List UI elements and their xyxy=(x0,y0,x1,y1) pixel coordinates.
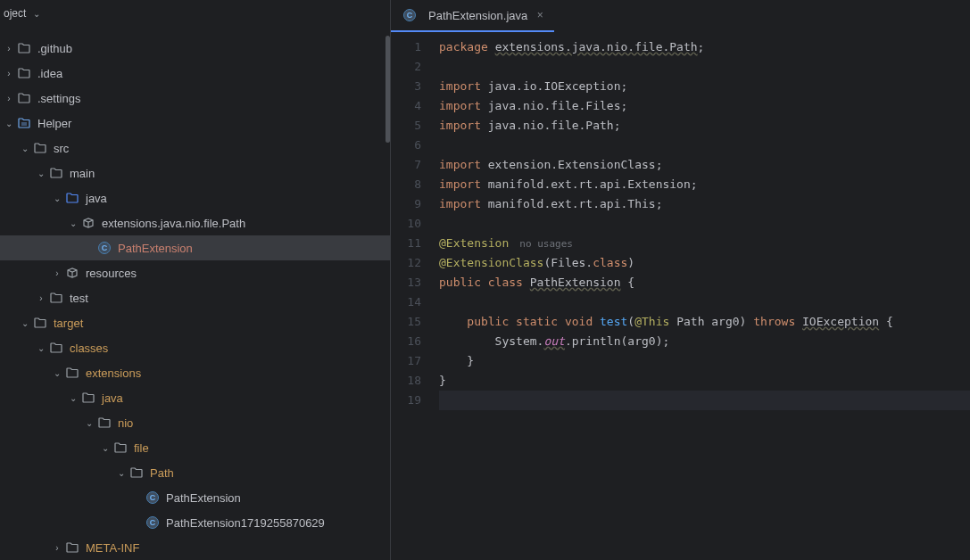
tree-item-label: .idea xyxy=(37,67,62,80)
tree-item[interactable]: ›test xyxy=(0,285,390,310)
folder-icon xyxy=(64,190,80,206)
tree-item[interactable]: ⌄target xyxy=(0,310,390,335)
chevron-down-icon[interactable]: ⌄ xyxy=(34,166,48,180)
tree-item[interactable]: CPathExtension1719255870629 xyxy=(0,510,390,535)
tree-item-label: resources xyxy=(86,267,137,280)
line-number: 19 xyxy=(391,391,421,410)
tree-item[interactable]: ›.github xyxy=(0,36,390,61)
tab-pathextension[interactable]: C PathExtension.java × xyxy=(391,0,554,32)
svg-rect-0 xyxy=(21,122,27,126)
code-line[interactable] xyxy=(439,136,970,155)
package-icon xyxy=(64,265,80,281)
folder-icon xyxy=(64,365,80,381)
folder-icon xyxy=(129,465,145,481)
tree-item[interactable]: ⌄Path xyxy=(0,460,390,485)
chevron-down-icon[interactable]: ⌄ xyxy=(29,6,44,21)
chevron-right-icon[interactable]: › xyxy=(2,91,16,105)
chevron-down-icon[interactable]: ⌄ xyxy=(66,216,80,230)
chevron-right-icon[interactable]: › xyxy=(2,41,16,55)
tree-item[interactable]: ›resources xyxy=(0,260,390,285)
sidebar-header[interactable]: oject ⌄ xyxy=(0,0,390,27)
code-line[interactable]: } xyxy=(439,371,970,391)
tree-item-label: .settings xyxy=(37,92,80,105)
code-line[interactable]: import java.nio.file.Path; xyxy=(439,116,970,136)
code-line[interactable]: public static void test(@This Path arg0)… xyxy=(439,312,970,332)
tree-item[interactable]: ⌄file xyxy=(0,435,390,460)
chevron-right-icon[interactable]: › xyxy=(50,540,64,555)
chevron-down-icon[interactable]: ⌄ xyxy=(114,465,129,480)
code-editor[interactable]: 12345678910111213141516171819 package ex… xyxy=(391,32,970,560)
tree-item-label: Path xyxy=(150,466,174,480)
line-number: 1 xyxy=(391,37,421,57)
chevron-down-icon[interactable]: ⌄ xyxy=(18,141,32,155)
chevron-down-icon[interactable]: ⌄ xyxy=(82,416,96,430)
chevron-down-icon[interactable]: ⌄ xyxy=(2,116,16,130)
tree-item[interactable]: ⌄Helper xyxy=(0,111,390,136)
tree-item[interactable]: ⌄java xyxy=(0,385,390,410)
line-number: 15 xyxy=(391,312,421,332)
line-number: 12 xyxy=(391,253,421,273)
tree-item-label: java xyxy=(86,192,107,205)
tree-item[interactable]: ⌄main xyxy=(0,161,390,185)
project-label: oject xyxy=(4,7,26,20)
folder-icon xyxy=(48,290,64,306)
class-icon: C xyxy=(96,240,112,256)
code-line[interactable]: import manifold.ext.rt.api.This; xyxy=(439,194,970,214)
tree-item[interactable]: ⌄src xyxy=(0,136,390,161)
tree-item[interactable]: ⌄extensions.java.nio.file.Path xyxy=(0,210,390,235)
tree-item[interactable]: ›.idea xyxy=(0,61,390,86)
tree-item[interactable]: ›META-INF xyxy=(0,535,390,560)
module-icon xyxy=(16,115,32,131)
line-number: 9 xyxy=(391,194,421,214)
chevron-down-icon[interactable]: ⌄ xyxy=(34,341,48,355)
code-line[interactable]: import java.nio.file.Files; xyxy=(439,96,970,116)
tree-item[interactable]: ⌄nio xyxy=(0,410,390,435)
chevron-down-icon[interactable]: ⌄ xyxy=(18,316,32,330)
code-line[interactable]: public class PathExtension { xyxy=(439,273,970,292)
tree-item[interactable]: CPathExtension xyxy=(0,485,390,510)
scrollbar[interactable] xyxy=(386,36,390,143)
chevron-down-icon[interactable]: ⌄ xyxy=(66,391,80,405)
code-line[interactable] xyxy=(439,292,970,312)
line-number: 8 xyxy=(391,175,421,194)
chevron-right-icon[interactable]: › xyxy=(34,291,48,305)
code-line[interactable]: } xyxy=(439,351,970,371)
chevron-right-icon[interactable]: › xyxy=(2,66,16,80)
tree-item-label: PathExtension1719255870629 xyxy=(166,516,325,530)
tree-item[interactable]: ⌄classes xyxy=(0,335,390,360)
code-line[interactable]: import extension.ExtensionClass; xyxy=(439,155,970,175)
tree-item-label: test xyxy=(70,292,88,305)
code-line[interactable]: import manifold.ext.rt.api.Extension; xyxy=(439,175,970,194)
tree-item[interactable]: ›.settings xyxy=(0,86,390,111)
code-line[interactable] xyxy=(439,57,970,77)
close-icon[interactable]: × xyxy=(533,8,547,22)
code-line[interactable]: import java.io.IOException; xyxy=(439,77,970,96)
package-icon xyxy=(80,215,96,231)
tree-item-label: target xyxy=(54,317,83,330)
chevron-down-icon[interactable]: ⌄ xyxy=(50,191,64,205)
code-line[interactable]: package extensions.java.nio.file.Path; xyxy=(439,37,970,57)
code-line[interactable]: @Extensionno usages xyxy=(439,234,970,253)
chevron-down-icon[interactable]: ⌄ xyxy=(98,441,112,455)
code-content[interactable]: package extensions.java.nio.file.Path;im… xyxy=(439,32,970,560)
line-number: 10 xyxy=(391,214,421,234)
line-number: 5 xyxy=(391,116,421,136)
code-line[interactable] xyxy=(439,391,970,410)
chevron-right-icon[interactable]: › xyxy=(50,266,64,280)
line-number: 13 xyxy=(391,273,421,292)
line-number: 17 xyxy=(391,351,421,371)
class-icon: C xyxy=(145,515,161,531)
code-line[interactable]: System.out.println(arg0); xyxy=(439,332,970,351)
tree-item[interactable]: CPathExtension xyxy=(0,235,390,260)
line-number: 18 xyxy=(391,371,421,391)
project-tree: ›.github›.idea›.settings⌄Helper⌄src⌄main… xyxy=(0,27,390,560)
tree-item[interactable]: ⌄extensions xyxy=(0,360,390,385)
tree-item-label: main xyxy=(70,167,95,180)
class-icon: C xyxy=(145,490,161,506)
tree-item[interactable]: ⌄java xyxy=(0,185,390,210)
chevron-down-icon[interactable]: ⌄ xyxy=(50,366,64,380)
code-line[interactable]: @ExtensionClass(Files.class) xyxy=(439,253,970,273)
line-number: 4 xyxy=(391,96,421,116)
line-number: 16 xyxy=(391,332,421,351)
code-line[interactable] xyxy=(439,214,970,234)
